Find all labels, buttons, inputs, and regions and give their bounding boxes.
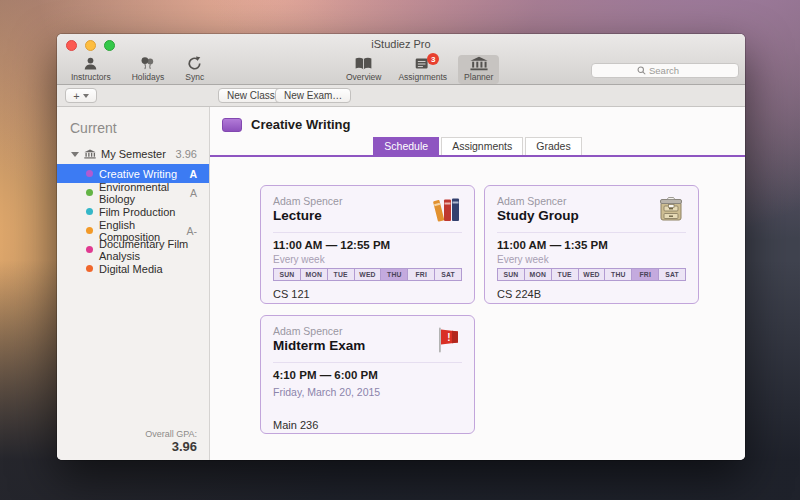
course-color-dot — [86, 227, 93, 234]
window-chrome: iStudiez Pro Instructors Holidays — [57, 34, 745, 85]
day-cell: SUN — [273, 268, 301, 281]
window-title: iStudiez Pro — [57, 34, 745, 55]
plus-icon: + — [73, 90, 79, 102]
sidebar: Current My Semester 3.96 Creative Writin… — [57, 107, 210, 460]
open-book-icon — [354, 56, 373, 71]
day-cell: SAT — [434, 268, 462, 281]
card-date: Friday, March 20, 2015 — [273, 386, 462, 398]
tab-bar: Schedule Assignments Grades — [210, 137, 745, 157]
course-grade: A — [189, 168, 209, 180]
content-area: Current My Semester 3.96 Creative Writin… — [57, 107, 745, 460]
app-window: iStudiez Pro Instructors Holidays — [57, 34, 745, 460]
course-grade: A — [190, 187, 209, 199]
toolbar-center-group: Overview 3 Assignments Planner — [340, 55, 499, 84]
card-time: 4:10 PM — 6:00 PM — [273, 369, 462, 381]
day-cell: MON — [300, 268, 328, 281]
day-cell: FRI — [631, 268, 659, 281]
exam-flag-icon: ! — [432, 325, 462, 355]
course-color-dot — [86, 189, 93, 196]
semester-row[interactable]: My Semester 3.96 — [57, 144, 209, 164]
toolbar-item-label: Overview — [346, 72, 381, 82]
titlebar: iStudiez Pro — [57, 34, 745, 55]
sidebar-item-digital-media[interactable]: Digital Media — [57, 259, 209, 278]
card-time: 11:00 AM — 1:35 PM — [497, 239, 686, 251]
toolbar-item-label: Holidays — [132, 72, 165, 82]
new-exam-button[interactable]: New Exam… — [275, 88, 351, 103]
bank-icon — [470, 56, 488, 71]
day-strip: SUN MON TUE WED THU FRI SAT — [273, 268, 462, 281]
day-cell: WED — [354, 268, 382, 281]
tab-schedule[interactable]: Schedule — [373, 137, 439, 155]
add-button[interactable]: + — [65, 88, 97, 103]
card-recurrence: Every week — [497, 254, 686, 265]
divider — [273, 362, 462, 363]
class-card-lecture[interactable]: Adam Spencer Lecture 11:00 AM — 12:55 PM… — [260, 185, 475, 304]
toolbar-item-label: Planner — [464, 72, 493, 82]
books-icon — [432, 195, 462, 225]
day-cell: FRI — [407, 268, 435, 281]
course-color-dot — [86, 265, 93, 272]
semester-gpa: 3.96 — [176, 148, 209, 160]
sidebar-item-documentary-film-analysis[interactable]: Documentary Film Analysis — [57, 240, 209, 259]
tab-assignments[interactable]: Assignments — [441, 137, 523, 155]
sync-button[interactable]: Sync — [179, 55, 210, 84]
day-cell: TUE — [551, 268, 579, 281]
notepad-icon: 3 — [414, 56, 431, 71]
disclosure-triangle-icon[interactable] — [71, 152, 79, 157]
course-name: Digital Media — [99, 263, 163, 275]
toolbar: Instructors Holidays Sync — [57, 55, 745, 85]
class-card-study-group[interactable]: Adam Spencer Study Group 11:00 AM — 1:35… — [484, 185, 699, 304]
close-button[interactable] — [66, 40, 77, 51]
course-name: Documentary Film Analysis — [99, 238, 197, 262]
page-title: Creative Writing — [251, 117, 350, 132]
traffic-lights — [66, 40, 115, 51]
course-color-swatch — [222, 118, 242, 132]
instructors-button[interactable]: Instructors — [65, 55, 117, 84]
day-cell: WED — [578, 268, 606, 281]
svg-text:!: ! — [447, 332, 450, 343]
person-icon — [82, 56, 99, 71]
course-name: Film Production — [99, 206, 175, 218]
day-cell: SUN — [497, 268, 525, 281]
zoom-button[interactable] — [104, 40, 115, 51]
chevron-down-icon — [83, 94, 89, 98]
toolbar-item-label: Assignments — [398, 72, 447, 82]
card-recurrence: Every week — [273, 254, 462, 265]
desktop: { "window": { "title": "iStudiez Pro", "… — [0, 0, 800, 500]
divider — [273, 232, 462, 233]
course-color-dot — [86, 170, 93, 177]
overall-gpa: Overall GPA: 3.96 — [145, 429, 197, 454]
planner-button[interactable]: Planner — [458, 55, 499, 84]
tab-grades[interactable]: Grades — [525, 137, 581, 155]
course-name: Environmental Biology — [99, 181, 190, 205]
course-color-dot — [86, 208, 93, 215]
holidays-button[interactable]: Holidays — [126, 55, 171, 84]
minimize-button[interactable] — [85, 40, 96, 51]
card-location: CS 121 — [273, 288, 462, 300]
search-icon — [637, 66, 646, 75]
overview-button[interactable]: Overview — [340, 55, 387, 84]
card-time: 11:00 AM — 12:55 PM — [273, 239, 462, 251]
search-field[interactable] — [591, 63, 739, 78]
semester-label: My Semester — [101, 148, 166, 160]
assignments-badge: 3 — [427, 53, 439, 65]
exam-card-midterm[interactable]: Adam Spencer Midterm Exam ! 4:10 PM — 6:… — [260, 315, 475, 434]
assignments-button[interactable]: 3 Assignments — [392, 55, 453, 84]
overall-gpa-label: Overall GPA: — [145, 429, 197, 439]
overall-gpa-value: 3.96 — [145, 439, 197, 454]
card-location: CS 224B — [497, 288, 686, 300]
sidebar-header: Current — [70, 120, 209, 136]
toolbar-left-group: Instructors Holidays Sync — [65, 55, 210, 84]
toolbar-item-label: Sync — [185, 72, 204, 82]
balloons-icon — [139, 56, 156, 71]
search-input[interactable] — [649, 65, 693, 76]
card-location: Main 236 — [273, 419, 462, 431]
divider — [497, 232, 686, 233]
schedule-cards: Adam Spencer Lecture 11:00 AM — 12:55 PM… — [260, 185, 704, 434]
card-file-icon — [656, 195, 686, 225]
course-grade: A- — [187, 225, 210, 237]
toolbar-item-label: Instructors — [71, 72, 111, 82]
sidebar-item-environmental-biology[interactable]: Environmental Biology A — [57, 183, 209, 202]
day-strip: SUN MON TUE WED THU FRI SAT — [497, 268, 686, 281]
day-cell: THU — [380, 268, 408, 281]
